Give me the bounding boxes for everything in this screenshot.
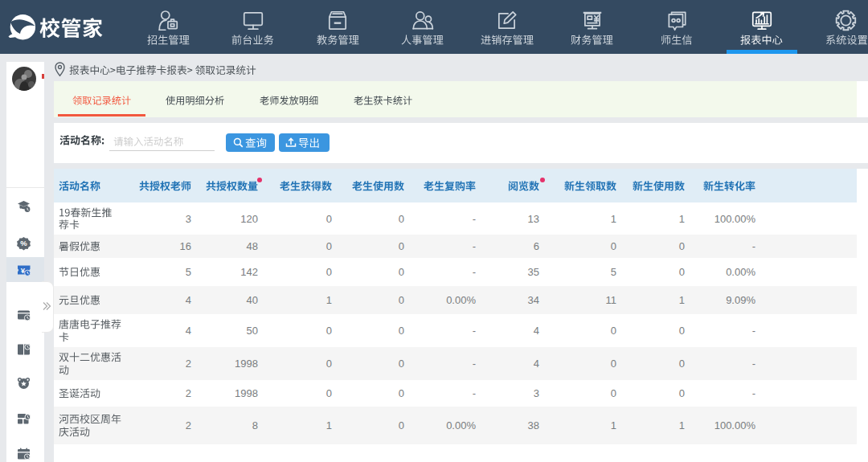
svg-text:%: % (20, 239, 27, 247)
